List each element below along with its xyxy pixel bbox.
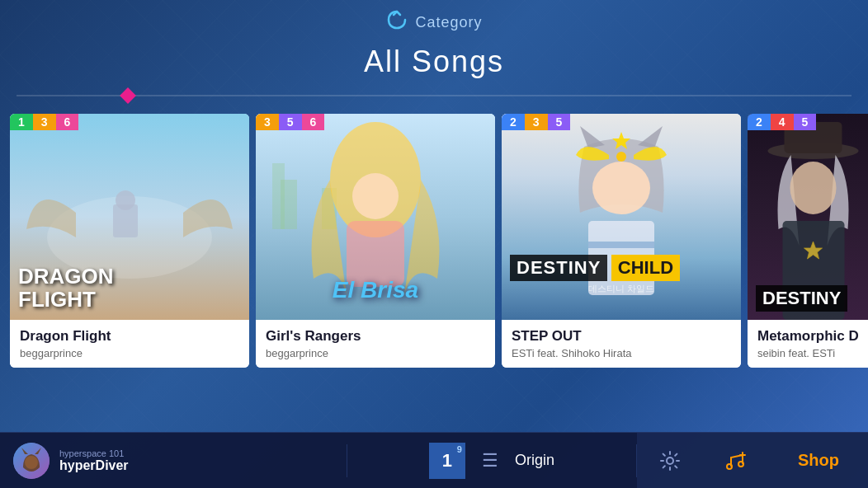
list-icon[interactable]: ☰ (482, 450, 498, 472)
svg-point-9 (352, 173, 399, 219)
rank-badge[interactable]: 1 9 (429, 443, 465, 479)
art-title-dragon: DRAGONFLIGHT (18, 265, 114, 312)
player-section: hyperspace 101 hyperDiver (0, 443, 347, 479)
category-bar: Category (0, 0, 868, 41)
svg-point-20 (790, 162, 837, 214)
player-info: hyperspace 101 hyperDiver (59, 448, 129, 473)
player-subtitle: hyperspace 101 (59, 448, 129, 458)
diff-badge-6: 6 (56, 114, 79, 130)
slider-thumb[interactable] (120, 87, 136, 104)
category-icon[interactable] (385, 8, 408, 36)
song-art-step-out: 2 3 5 DESTINY CHILD 데스티니 차일드 (502, 114, 741, 320)
rank-sup-num: 9 (457, 444, 462, 454)
diff-badge-6b: 6 (302, 114, 325, 130)
difficulty-badges-dragon: 1 3 6 (10, 114, 249, 130)
song-info-meta: Metamorphic D seibin feat. ESTi (748, 320, 868, 368)
diff-badge-3: 3 (33, 114, 56, 130)
difficulty-badges-destiny: 2 3 5 (502, 114, 741, 130)
song-art-dragon-flight: 1 3 6 DRAGONFLIGHT (10, 114, 249, 320)
song-art-metamorphic: 2 4 5 DESTINY (748, 114, 868, 320)
art-title-elbrisa: El Brisa (333, 277, 418, 303)
song-card-dragon-flight[interactable]: 1 3 6 DRAGONFLIGHT Dragon Flight beggarp… (10, 114, 249, 368)
diff-badge-5c: 5 (794, 114, 817, 130)
song-slider[interactable] (0, 86, 868, 106)
song-title-destiny: STEP OUT (512, 328, 731, 345)
svg-point-13 (592, 162, 650, 214)
svg-rect-16 (588, 242, 654, 248)
slider-track (17, 96, 851, 96)
category-label: Category (415, 14, 482, 31)
difficulty-badges-girl: 3 5 6 (256, 114, 495, 130)
song-title-meta: Metamorphic D (757, 328, 868, 345)
bottom-bar: hyperspace 101 hyperDiver 1 9 ☰ Origin (0, 432, 868, 488)
diff-badge-4: 4 (771, 114, 794, 130)
song-card-girls-rangers[interactable]: 3 5 6 El Brisa Girl's Rangers beggarprin… (256, 114, 495, 368)
diff-badge-3b: 3 (256, 114, 279, 130)
song-card-step-out[interactable]: 2 3 5 DESTINY CHILD 데스티니 차일드 STEP OUT ES… (502, 114, 741, 368)
diff-badge-5b: 5 (548, 114, 571, 130)
diff-badge-2a: 2 (502, 114, 525, 130)
svg-point-24 (25, 456, 38, 469)
diff-badge-5: 5 (279, 114, 302, 130)
song-info-dragon: Dragon Flight beggarprince (10, 320, 249, 368)
center-section[interactable]: 1 9 ☰ Origin (347, 443, 636, 479)
origin-label: Origin (515, 452, 554, 469)
art-title-meta: DESTINY (756, 285, 868, 312)
song-info-destiny: STEP OUT ESTi feat. Shihoko Hirata (502, 320, 741, 368)
difficulty-badges-meta: 2 4 5 (748, 114, 868, 130)
svg-point-3 (116, 190, 135, 210)
shop-label: Shop (798, 451, 839, 470)
songs-grid: 1 3 6 DRAGONFLIGHT Dragon Flight beggarp… (0, 114, 868, 368)
player-avatar (13, 443, 50, 479)
diff-badge-2b: 2 (748, 114, 771, 130)
settings-button[interactable] (637, 433, 703, 489)
song-card-metamorphic[interactable]: 2 4 5 DESTINY Metamorphic D seibin feat.… (748, 114, 868, 368)
art-title-destiny: DESTINY CHILD 데스티니 차일드 (510, 255, 733, 295)
song-artist-meta: seibin feat. ESTi (757, 347, 868, 359)
diff-badge-3c: 3 (525, 114, 548, 130)
svg-point-14 (616, 152, 626, 162)
svg-rect-6 (272, 163, 285, 229)
song-artist-dragon: beggarprince (20, 347, 239, 359)
svg-point-25 (667, 458, 673, 464)
song-artist-destiny: ESTi feat. Shihoko Hirata (512, 347, 731, 359)
diff-badge-1: 1 (10, 114, 33, 130)
player-name: hyperDiver (59, 458, 129, 473)
music-add-button[interactable] (703, 433, 769, 489)
svg-point-27 (738, 462, 743, 467)
rank-main-num: 1 (442, 450, 452, 472)
svg-point-26 (727, 464, 732, 469)
song-title-dragon: Dragon Flight (20, 328, 239, 345)
song-artist-girl: beggarprince (266, 347, 485, 359)
song-title-girl: Girl's Rangers (266, 328, 485, 345)
song-art-girls-rangers: 3 5 6 El Brisa (256, 114, 495, 320)
shop-button[interactable]: Shop (769, 433, 868, 489)
song-info-girl: Girl's Rangers beggarprince (256, 320, 495, 368)
right-section: Shop (637, 433, 868, 489)
